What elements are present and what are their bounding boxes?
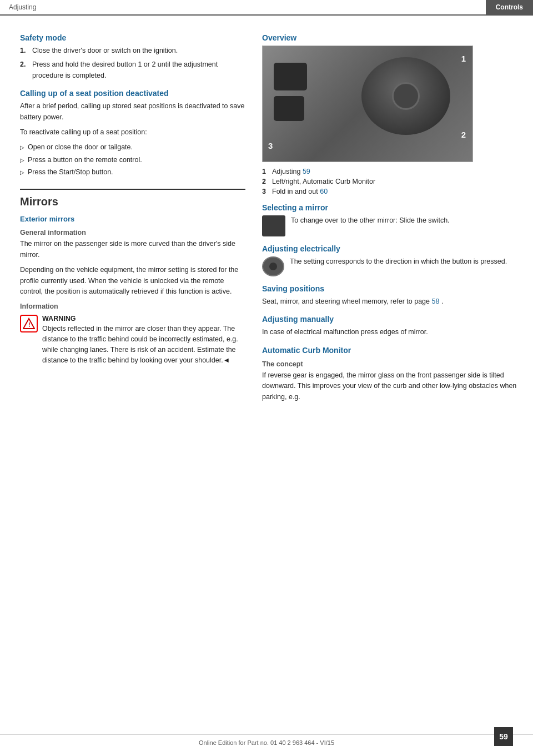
- overview-image: 1 2 3: [262, 46, 473, 162]
- general-text2: Depending on the vehicle equipment, the …: [20, 265, 245, 297]
- breadcrumb-left: Adjusting: [0, 0, 486, 14]
- warning-box: ! WARNING Objects reflected in the mirro…: [20, 315, 245, 365]
- information-heading: Information: [20, 303, 245, 310]
- footer: Online Edition for Part no. 01 40 2 963 …: [0, 734, 533, 746]
- elec-adjust-icon: [262, 256, 284, 276]
- page-header: Adjusting Controls: [0, 0, 533, 16]
- overview-item-3: 3 Fold in and out 60: [262, 188, 520, 195]
- main-content: Safety mode 1. Close the driver's door o…: [0, 16, 533, 407]
- mirror-dial-inner: [361, 57, 450, 135]
- warning-triangle-icon: !: [23, 317, 35, 330]
- mirror-select-icon: [262, 215, 285, 236]
- bullet-1: Open or close the door or tailgate.: [20, 142, 245, 153]
- selecting-text: To change over to the other mirror: Slid…: [291, 215, 450, 226]
- safety-step-1: 1. Close the driver's door or switch on …: [20, 46, 245, 56]
- mirrors-heading: Mirrors: [20, 189, 245, 208]
- overview-item-1: 1 Adjusting 59: [262, 168, 520, 175]
- saving-heading: Saving positions: [262, 284, 520, 293]
- general-info-heading: General information: [20, 229, 245, 236]
- header-tabs: Controls: [486, 0, 533, 14]
- overview-heading: Overview: [262, 33, 520, 42]
- adjusting-manual-heading: Adjusting manually: [262, 315, 520, 324]
- calling-heading: Calling up of a seat position deactivate…: [20, 89, 245, 98]
- mirror-btn2-icon: [274, 96, 304, 121]
- adjusting-elec-text: The setting corresponds to the direction…: [290, 256, 507, 267]
- concept-text: If reverse gear is engaged, the mirror g…: [262, 370, 520, 402]
- safety-mode-heading: Safety mode: [20, 33, 245, 42]
- overview-items: 1 Adjusting 59 2 Left/right, Automatic C…: [262, 168, 520, 195]
- step-text-1: Close the driver's door or switch on the…: [32, 46, 178, 56]
- warning-content: WARNING Objects reflected in the mirror …: [42, 315, 245, 365]
- step-text-2: Press and hold the desired button 1 or 2…: [32, 59, 245, 81]
- page-number: 59: [494, 727, 513, 746]
- warning-icon: !: [20, 315, 38, 332]
- elec-adjust-dot: [269, 263, 277, 270]
- label-1: 1: [461, 54, 466, 63]
- overview-image-inner: 1 2 3: [263, 46, 472, 162]
- calling-text2: To reactivate calling up of a seat posit…: [20, 127, 245, 138]
- bullet-3: Press the Start/Stop button.: [20, 167, 245, 178]
- exterior-heading: Exterior mirrors: [20, 215, 245, 223]
- safety-steps-list: 1. Close the driver's door or switch on …: [20, 46, 245, 81]
- step-num-2: 2.: [20, 59, 32, 81]
- mirror-switch-icon: [274, 63, 307, 90]
- adjusting-elec-heading: Adjusting electrically: [262, 244, 520, 253]
- calling-bullets: Open or close the door or tailgate. Pres…: [20, 142, 245, 178]
- tab-controls[interactable]: Controls: [486, 0, 533, 14]
- breadcrumb-adjusting: Adjusting: [9, 3, 36, 11]
- right-column: Overview 1 2 3 1 Adjusting 59: [255, 26, 533, 407]
- saving-text: Seat, mirror, and steering wheel memory,…: [262, 296, 520, 307]
- warning-text: Objects reflected in the mirror are clos…: [42, 324, 245, 365]
- label-2: 2: [461, 130, 466, 139]
- dial-center: [392, 82, 420, 110]
- warning-title: WARNING: [42, 315, 245, 322]
- overview-item-2: 2 Left/right, Automatic Curb Monitor: [262, 178, 520, 185]
- footer-text: Online Edition for Part no. 01 40 2 963 …: [199, 739, 334, 746]
- adjusting-elec-row: The setting corresponds to the direction…: [262, 256, 520, 276]
- calling-text1: After a brief period, calling up stored …: [20, 101, 245, 123]
- curb-heading: Automatic Curb Monitor: [262, 346, 520, 355]
- selecting-row: To change over to the other mirror: Slid…: [262, 215, 520, 236]
- selecting-heading: Selecting a mirror: [262, 203, 520, 212]
- label-3: 3: [268, 141, 273, 150]
- adjusting-manual-text: In case of electrical malfunction press …: [262, 327, 520, 337]
- bullet-2: Press a button on the remote control.: [20, 155, 245, 165]
- svg-text:!: !: [28, 321, 31, 328]
- safety-step-2: 2. Press and hold the desired button 1 o…: [20, 59, 245, 81]
- general-text1: The mirror on the passenger side is more…: [20, 239, 245, 260]
- step-num-1: 1.: [20, 46, 32, 56]
- left-column: Safety mode 1. Close the driver's door o…: [0, 26, 255, 407]
- concept-heading: The concept: [262, 360, 520, 368]
